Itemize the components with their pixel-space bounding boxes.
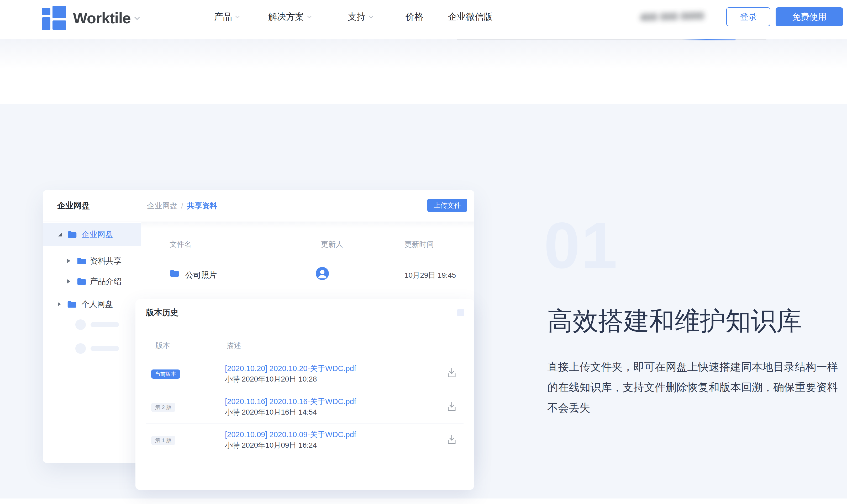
folder-icon: [76, 277, 87, 286]
version-meta: 小特 2020年10月20日 10:28: [225, 374, 317, 384]
folder-icon: [67, 300, 77, 308]
skeleton-circle: [75, 319, 86, 330]
modal-title: 版本历史: [146, 299, 178, 326]
version-file-link[interactable]: [2020.10.20] 2020.10.20-关于WDC.pdf: [225, 363, 356, 374]
download-icon[interactable]: [447, 401, 457, 412]
nav-item-products[interactable]: 产品: [214, 0, 238, 34]
skeleton-circle: [75, 343, 86, 354]
modal-corner-icon[interactable]: [457, 309, 464, 316]
version-badge: 第 2 版: [151, 403, 175, 412]
login-button[interactable]: 登录: [726, 7, 771, 26]
chevron-down-icon: [307, 14, 312, 18]
skeleton-bar: [90, 322, 119, 327]
modal-divider: [135, 326, 474, 326]
skeleton-bar: [90, 346, 119, 351]
hero-bottom-fade: [0, 39, 847, 69]
feature-description-line: 的在线知识库，支持文件删除恢复和版本回溯，确保重要资料: [547, 377, 841, 398]
panel-header-shadow: [141, 222, 474, 228]
tree-item-label: 资料共享: [90, 256, 122, 266]
chevron-down-icon: [369, 14, 373, 18]
version-badge: 第 1 版: [151, 436, 175, 445]
breadcrumb-root[interactable]: 企业网盘: [147, 201, 177, 211]
upload-file-button[interactable]: 上传文件: [427, 199, 467, 212]
column-header-updated-at: 更新时间: [404, 239, 434, 249]
version-history-modal: 版本历史 版本 描述 当前版本 [2020.10.20] 2020.10.20-…: [135, 299, 474, 490]
nav-item-wecom[interactable]: 企业微信版: [448, 0, 492, 34]
sidebar-title: 企业网盘: [57, 190, 90, 221]
nav-item-support[interactable]: 支持: [348, 0, 372, 34]
caret-collapsed-icon[interactable]: [67, 259, 70, 263]
version-file-link[interactable]: [2020.10.16] 2020.10.16-关于WDC.pdf: [225, 396, 356, 407]
nav-item-solutions[interactable]: 解决方案: [268, 0, 310, 34]
feature-description-line: 直接上传文件夹，即可在网盘上快速搭建同本地目录结构一样: [547, 357, 841, 377]
tree-item-personal-drive[interactable]: 个人网盘: [43, 293, 141, 316]
user-avatar-icon: [316, 267, 329, 280]
chevron-down-icon: [134, 14, 140, 20]
nav-item-label: 解决方案: [268, 11, 304, 23]
feature-title: 高效搭建和维护知识库: [547, 306, 836, 336]
caret-expanded-icon[interactable]: [58, 233, 62, 236]
tree-item-shared-files[interactable]: 资料共享: [43, 249, 141, 272]
breadcrumb-current[interactable]: 共享资料: [187, 201, 217, 211]
tree-item-label: 产品介绍: [90, 276, 122, 287]
free-trial-button[interactable]: 免费使用: [776, 7, 843, 26]
worktile-logo-icon: [42, 6, 66, 30]
file-updated-time: 10月29日 19:45: [404, 270, 456, 280]
column-header-updated-by: 更新人: [321, 239, 343, 249]
breadcrumb-separator: /: [181, 202, 183, 210]
phone-number-redacted: 400 000 0000: [640, 7, 704, 26]
folder-icon: [76, 257, 87, 265]
nav-item-label: 价格: [405, 11, 424, 23]
section-bottom-strip: [0, 499, 847, 504]
modal-divider: [146, 423, 464, 424]
chevron-down-icon: [235, 14, 240, 18]
file-name: 公司照片: [185, 270, 217, 281]
feature-description-line: 不会丢失: [547, 398, 841, 418]
modal-divider: [146, 456, 464, 456]
column-header-version: 版本: [155, 341, 170, 350]
worktile-logo[interactable]: Worktile: [42, 0, 138, 36]
folder-icon: [170, 269, 179, 277]
tree-item-label: 个人网盘: [81, 299, 113, 310]
table-divider: [154, 295, 468, 295]
modal-divider: [146, 390, 464, 390]
download-icon[interactable]: [447, 367, 457, 378]
tree-item-product-intro[interactable]: 产品介绍: [43, 270, 141, 293]
table-row-folder[interactable]: 公司照片 10月29日 19:45: [141, 258, 474, 292]
caret-collapsed-icon[interactable]: [58, 302, 61, 306]
column-header-description: 描述: [226, 341, 241, 350]
caret-collapsed-icon[interactable]: [67, 279, 70, 284]
feature-number-watermark: 01: [544, 213, 618, 278]
table-divider: [154, 254, 468, 254]
nav-item-label: 企业微信版: [448, 11, 492, 23]
version-badge-current: 当前版本: [151, 370, 180, 379]
top-nav: Worktile 产品 解决方案 支持 价格 企业微信版 400 000 000…: [0, 0, 847, 39]
version-meta: 小特 2020年10月09日 16:24: [225, 440, 317, 450]
tree-item-enterprise-drive[interactable]: 企业网盘: [43, 223, 141, 246]
nav-item-label: 支持: [348, 11, 366, 23]
version-file-link[interactable]: [2020.10.09] 2020.10.09-关于WDC.pdf: [225, 430, 356, 440]
version-meta: 小特 2020年10月16日 14:54: [225, 407, 317, 417]
feature-description: 直接上传文件夹，即可在网盘上快速搭建同本地目录结构一样 的在线知识库，支持文件删…: [547, 357, 841, 418]
nav-item-pricing[interactable]: 价格: [405, 0, 424, 34]
tree-item-label: 企业网盘: [82, 229, 113, 240]
breadcrumb: 企业网盘 / 共享资料: [147, 190, 217, 221]
folder-icon: [67, 231, 77, 239]
download-icon[interactable]: [447, 434, 457, 445]
column-header-filename: 文件名: [170, 239, 192, 249]
logo-text: Worktile: [73, 9, 131, 27]
nav-item-label: 产品: [214, 11, 232, 23]
